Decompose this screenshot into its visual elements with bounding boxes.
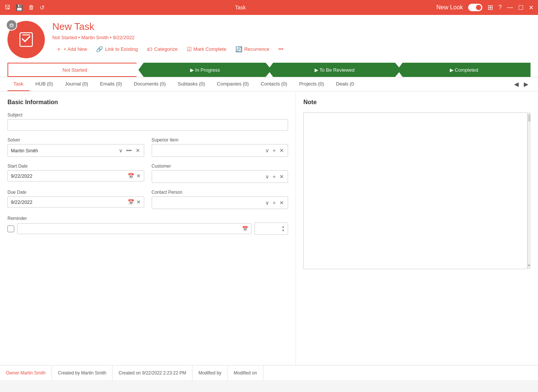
progress-step-completed[interactable]: ▶ Completed <box>398 63 531 77</box>
add-new-button[interactable]: ＋ + Add New <box>52 44 91 54</box>
right-panel: Note ▼ <box>296 91 538 365</box>
close-icon[interactable]: ✕ <box>529 4 534 11</box>
window-title: Task <box>44 4 436 10</box>
tab-subtasks[interactable]: Subtasks (0) <box>172 77 211 91</box>
solver-dropdown-icon[interactable]: ∨ <box>118 147 123 154</box>
solver-field: Martin Smith ∨ ••• ✕ <box>7 144 144 157</box>
solver-more-icon[interactable]: ••• <box>126 147 133 154</box>
customer-actions: ∨ + ✕ <box>265 173 285 180</box>
camera-button[interactable] <box>6 19 17 31</box>
reminder-checkbox[interactable] <box>7 225 14 232</box>
start-date-calendar-icon[interactable]: 📅 <box>128 173 134 179</box>
reminder-date-input[interactable] <box>21 226 242 231</box>
superior-clear-icon[interactable]: ✕ <box>279 147 285 154</box>
progress-step-not-started[interactable]: Not Started <box>7 63 142 77</box>
due-date-value: 9/22/2022 <box>11 199 128 205</box>
superior-dropdown-icon[interactable]: ∨ <box>265 147 270 154</box>
status-modified-on: Modified on <box>228 365 263 380</box>
start-date-value: 9/22/2022 <box>11 173 128 179</box>
start-date-customer-row: Start Date 9/22/2022 📅 ✕ Customer ∨ + <box>7 164 288 183</box>
reminder-calendar-icon[interactable]: 📅 <box>242 226 248 231</box>
subject-input[interactable] <box>7 119 288 131</box>
basic-info-title: Basic Information <box>7 99 288 106</box>
subject-group: Subject <box>7 112 288 131</box>
tabs-prev-button[interactable]: ◀ <box>512 79 521 89</box>
header: New Task Not Started • Martin Smith • 9/… <box>0 15 538 77</box>
note-scrollbar[interactable]: ▼ <box>528 112 531 269</box>
status-owner: Owner Martin Smith <box>6 365 52 380</box>
minimize-icon[interactable]: — <box>507 4 513 11</box>
recurrence-icon: 🔄 <box>235 46 242 53</box>
tab-companies[interactable]: Companies (0) <box>211 77 255 91</box>
tab-task[interactable]: Task <box>7 77 30 91</box>
main-content: Basic Information Subject Solver Martin … <box>0 91 538 365</box>
more-button[interactable]: ••• <box>275 45 287 53</box>
note-title: Note <box>303 99 531 106</box>
solver-superior-row: Solver Martin Smith ∨ ••• ✕ Superior Ite… <box>7 137 288 157</box>
header-actions: ＋ + Add New 🔗 Link to Existing 🏷 Categor… <box>52 44 531 54</box>
categorize-button[interactable]: 🏷 Categorize <box>143 44 182 54</box>
save-icon[interactable]: 🖫 <box>4 4 10 11</box>
reminder-time-input[interactable] <box>258 226 280 231</box>
status-modified-by: Modified by <box>192 365 228 380</box>
solver-clear-icon[interactable]: ✕ <box>135 147 141 154</box>
dynamics-icon[interactable]: ⊞ <box>488 3 493 12</box>
spinner-up[interactable]: ▲ <box>282 225 285 229</box>
start-date-clear-icon[interactable]: ✕ <box>136 173 141 179</box>
tabs-container: Task HUB (0) Journal (0) Emails (0) Docu… <box>0 77 538 91</box>
task-title: New Task <box>52 21 531 32</box>
progress-step-to-be-reviewed[interactable]: ▶ To Be Reviewed <box>268 63 401 77</box>
refresh-icon[interactable]: ↺ <box>40 4 44 11</box>
contact-dropdown-icon[interactable]: ∨ <box>265 199 270 206</box>
tab-documents[interactable]: Documents (0) <box>128 77 171 91</box>
title-bar-left-icons: 🖫 💾 🗑 ↺ <box>4 4 44 11</box>
due-date-label: Due Date <box>7 190 144 195</box>
link-to-existing-button[interactable]: 🔗 Link to Existing <box>92 44 141 54</box>
contact-add-icon[interactable]: + <box>272 199 276 206</box>
tab-contacts[interactable]: Contacts (0) <box>255 77 293 91</box>
customer-clear-icon[interactable]: ✕ <box>279 173 285 180</box>
customer-add-icon[interactable]: + <box>272 173 276 180</box>
title-bar-right-icons: New Look ⊞ ? — ☐ ✕ <box>436 3 534 12</box>
customer-col: Customer ∨ + ✕ <box>152 164 288 183</box>
delete-icon[interactable]: 🗑 <box>28 4 34 11</box>
new-look-toggle[interactable] <box>468 4 482 11</box>
solver-actions: ∨ ••• ✕ <box>118 147 141 154</box>
contact-clear-icon[interactable]: ✕ <box>279 199 285 206</box>
tab-deals[interactable]: Deals (0 <box>330 77 360 91</box>
status-created-by: Created by Martin Smith <box>52 365 112 380</box>
note-textarea[interactable] <box>303 112 528 269</box>
status-bar: Owner Martin Smith Created by Martin Smi… <box>0 365 538 380</box>
customer-dropdown-icon[interactable]: ∨ <box>265 173 270 180</box>
spinner-down[interactable]: ▼ <box>282 229 285 233</box>
help-icon[interactable]: ? <box>498 4 502 11</box>
due-date-col: Due Date 9/22/2022 📅 ✕ <box>7 190 144 209</box>
due-date-clear-icon[interactable]: ✕ <box>136 199 141 205</box>
note-container: ▼ <box>303 112 531 269</box>
due-date-calendar-icon[interactable]: 📅 <box>128 199 134 205</box>
task-meta: Not Started • Martin Smith • 9/22/2022 <box>52 35 531 40</box>
contact-person-field: ∨ + ✕ <box>152 196 288 209</box>
start-date-col: Start Date 9/22/2022 📅 ✕ <box>7 164 144 183</box>
recurrence-button[interactable]: 🔄 Recurrence <box>232 44 273 54</box>
owner-link[interactable]: Owner Martin Smith <box>6 370 46 376</box>
tab-hub[interactable]: HUB (0) <box>30 77 59 91</box>
status-created-on: Created on 9/22/2022 2:23:22 PM <box>112 365 192 380</box>
reminder-row: 📅 ▲ ▼ <box>7 223 288 235</box>
due-date-contact-row: Due Date 9/22/2022 📅 ✕ Contact Person ∨ … <box>7 190 288 209</box>
progress-step-in-progress[interactable]: ▶ In Progress <box>139 63 272 77</box>
tab-journal[interactable]: Journal (0) <box>59 77 94 91</box>
avatar-container <box>7 21 45 58</box>
reminder-date-field: 📅 <box>17 223 251 234</box>
tabs-next-button[interactable]: ▶ <box>522 79 531 89</box>
scrollbar-down-arrow[interactable]: ▼ <box>528 264 531 267</box>
save-as-icon[interactable]: 💾 <box>16 4 23 11</box>
due-date-actions: 📅 ✕ <box>128 199 141 205</box>
superior-add-icon[interactable]: + <box>272 147 276 154</box>
mark-complete-button[interactable]: ☑ Mark Complete <box>183 44 230 54</box>
start-date-field: 9/22/2022 📅 ✕ <box>7 170 144 181</box>
tab-emails[interactable]: Emails (0) <box>94 77 128 91</box>
tab-projects[interactable]: Projects (0) <box>293 77 330 91</box>
note-scrollbar-thumb <box>528 114 531 122</box>
restore-icon[interactable]: ☐ <box>518 4 523 11</box>
